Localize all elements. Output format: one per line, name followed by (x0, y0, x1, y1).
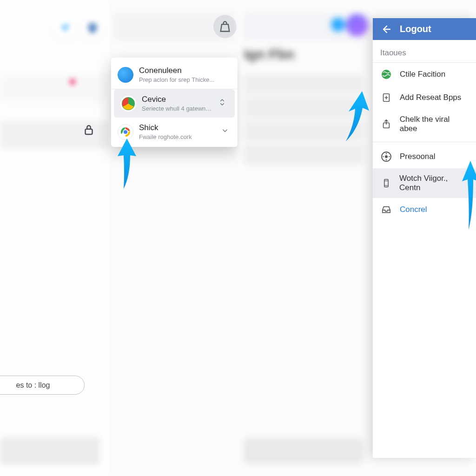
panel-c-blurred: Ign Fbn (239, 0, 373, 476)
svg-rect-4 (86, 129, 93, 134)
drawer-item-label: Add Reseat Bpps (400, 93, 461, 102)
svg-point-5 (382, 70, 391, 79)
drawer-item-ctile[interactable]: Ctile Facition (373, 63, 476, 86)
account-subtitle: Fwaile roghote.cork (139, 133, 215, 140)
account-subtitle: Seriecte whull 4 gatewnerl... (142, 105, 212, 112)
drawer-header: Logout (373, 18, 476, 40)
chrome-icon (118, 124, 133, 140)
avatar-icon (118, 67, 133, 83)
drawer-item-label: Wotch Viigor., Centn (399, 174, 469, 192)
chevron-collapse-icon (218, 98, 228, 109)
shopping-bag-icon[interactable] (213, 15, 237, 38)
drawer-item-presoonal[interactable]: Presoonal (373, 145, 476, 168)
device-icon (380, 177, 392, 189)
back-arrow-icon[interactable] (380, 24, 391, 35)
svg-rect-10 (384, 179, 388, 187)
login-pill[interactable]: es to : llog (0, 376, 85, 395)
account-item-2-selected[interactable]: Cevice Seriecte whull 4 gatewnerl... (114, 89, 235, 118)
avatar-icon (120, 96, 136, 112)
drawer-item-label: Presoonal (400, 152, 436, 161)
logout-drawer: Logout Itaoues Ctile Facition Add Reseat… (373, 18, 476, 458)
drawer-item-add-reseat[interactable]: Add Reseat Bpps (373, 86, 476, 109)
account-item-3[interactable]: Shick Fwaile roghote.cork (111, 118, 238, 146)
drawer-item-watch-selected[interactable]: Wotch Viigor., Centn (373, 168, 476, 198)
svg-point-0 (91, 26, 94, 29)
drawer-item-chelk[interactable]: Chelk the viral abee (373, 109, 476, 139)
account-title: Shick (139, 123, 215, 132)
dial-icon (380, 151, 392, 163)
lock-icon (82, 123, 96, 139)
account-title: Cevice (142, 95, 212, 104)
divider (373, 142, 476, 142)
account-title: Conenuleen (139, 66, 231, 75)
chevron-down-icon (221, 126, 231, 137)
account-subtitle: Prep aclon for srep Thicke... (139, 76, 231, 83)
inbox-icon (380, 204, 392, 216)
drawer-title: Logout (400, 24, 431, 34)
drawer-item-label: Ctile Facition (400, 70, 445, 79)
account-item-1[interactable]: Conenuleen Prep aclon for srep Thicke... (111, 60, 238, 89)
drawer-item-concrel[interactable]: Concrel (373, 198, 476, 221)
drawer-item-label: Chelk the viral abee (400, 115, 469, 133)
drawer-section-label: Itaoues (373, 42, 476, 63)
panel-a-blurred (0, 0, 109, 476)
drawer-item-label: Concrel (400, 205, 427, 214)
shield-icon[interactable] (81, 17, 104, 39)
globe-icon (380, 68, 392, 80)
login-pill-text: es to : llog (16, 381, 50, 390)
add-document-icon (380, 92, 392, 104)
svg-point-9 (385, 155, 388, 158)
account-switcher-popup: Conenuleen Prep aclon for srep Thicke...… (111, 58, 238, 147)
paper-plane-icon[interactable] (53, 17, 76, 39)
screenshot-composite: es to : llog Conenuleen Prep aclon for s… (0, 0, 476, 476)
share-icon (380, 118, 392, 130)
